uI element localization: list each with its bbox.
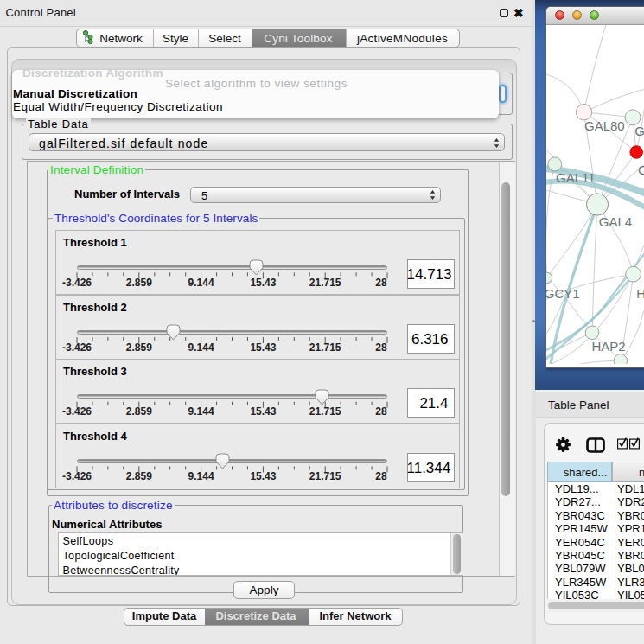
svg-text:GCY1: GCY1: [546, 286, 580, 301]
svg-text:C: C: [638, 163, 644, 177]
svg-text:HAP2: HAP2: [592, 339, 626, 354]
svg-text:GAL4: GAL4: [599, 214, 632, 229]
svg-text:H: H: [636, 286, 644, 301]
svg-text:GA: GA: [634, 124, 644, 138]
svg-text:GAL11: GAL11: [556, 170, 596, 185]
svg-text:GAL80: GAL80: [584, 118, 625, 133]
